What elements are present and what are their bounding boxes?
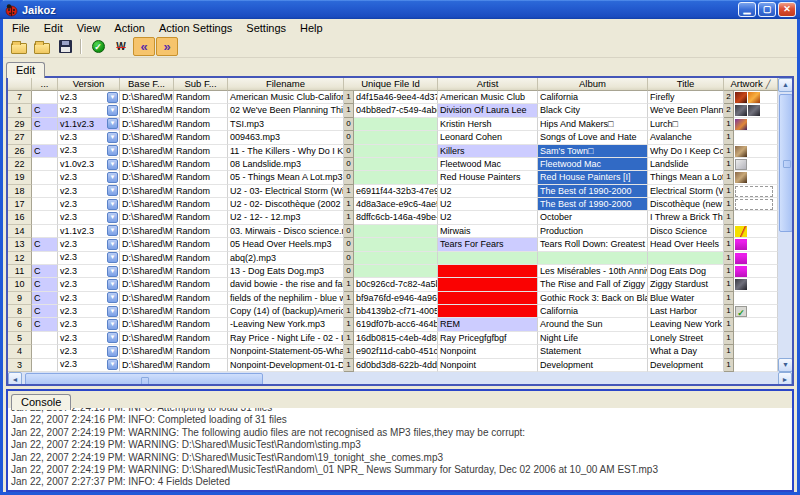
artist-cell[interactable] [438, 265, 538, 278]
version-dropdown-icon[interactable] [107, 212, 118, 223]
title-cell[interactable]: Ziggy Stardust [648, 278, 724, 291]
changed-flag-cell[interactable]: C [32, 278, 58, 291]
changed-flag-cell[interactable]: C [32, 265, 58, 278]
column-header-version[interactable]: Version [58, 78, 120, 91]
version-cell[interactable]: v1.1v2.3 [58, 225, 120, 238]
artwork-count[interactable]: 2 [724, 104, 734, 117]
artwork-count[interactable]: 2 [724, 91, 734, 104]
filename-cell[interactable]: Nonpoint-Statement-05-What [228, 345, 344, 358]
changed-flag-cell[interactable] [32, 211, 58, 224]
version-dropdown-icon[interactable] [107, 306, 118, 317]
column-header-artwork[interactable]: Artwork╱ [724, 78, 778, 91]
unique-file-id-cell[interactable]: b0c926cd-7c82-4a5b-bf [354, 278, 438, 291]
version-dropdown-icon[interactable] [107, 132, 118, 143]
artist-cell[interactable]: Red House Painters [438, 171, 538, 184]
artwork-count[interactable]: 1 [724, 345, 734, 358]
changed-flag-cell[interactable] [32, 345, 58, 358]
sub-folder-cell[interactable]: Random [174, 131, 228, 144]
base-folder-cell[interactable]: D:\Shared\Mus [120, 292, 174, 305]
row-number[interactable]: 17 [8, 198, 32, 211]
row-number[interactable]: 12 [8, 252, 32, 265]
artwork-cell[interactable] [734, 145, 778, 158]
sub-folder-cell[interactable]: Random [174, 145, 228, 158]
version-dropdown-icon[interactable] [107, 346, 118, 357]
unique-file-id-cell[interactable]: 619df07b-acc6-464b-ad [354, 318, 438, 331]
base-folder-cell[interactable]: D:\Shared\Mus [120, 278, 174, 291]
unique-id-count[interactable]: 0 [344, 238, 354, 251]
row-number[interactable]: 9 [8, 292, 32, 305]
version-cell[interactable]: v2.3 [58, 265, 120, 278]
version-cell[interactable]: v2.3 [58, 278, 120, 291]
sub-folder-cell[interactable]: Random [174, 238, 228, 251]
changed-flag-cell[interactable] [32, 359, 58, 372]
row-number[interactable]: 29 [8, 118, 32, 131]
album-cell[interactable]: Black City [538, 104, 648, 117]
version-dropdown-icon[interactable] [107, 92, 118, 103]
artwork-cell[interactable] [734, 158, 778, 171]
title-cell[interactable] [648, 252, 724, 265]
album-cell[interactable]: California [538, 305, 648, 318]
artist-cell[interactable]: Fleetwood Mac [438, 158, 538, 171]
artwork-cell[interactable] [734, 104, 778, 117]
sub-folder-cell[interactable]: Random [174, 171, 228, 184]
unique-id-count[interactable]: 0 [344, 145, 354, 158]
artwork-cell[interactable] [734, 345, 778, 358]
base-folder-cell[interactable]: D:\Shared\Mus [120, 345, 174, 358]
version-dropdown-icon[interactable] [107, 172, 118, 183]
artist-cell[interactable]: Mirwais [438, 225, 538, 238]
album-cell[interactable]: The Best of 1990-2000 [538, 185, 648, 198]
unique-id-count[interactable]: 0 [344, 158, 354, 171]
album-cell[interactable]: The Best of 1990-2000 [538, 198, 648, 211]
vertical-scrollbar[interactable]: ▲ ▼ [778, 78, 794, 372]
version-dropdown-icon[interactable] [107, 292, 118, 303]
filename-cell[interactable]: U2 - 12- - 12.mp3 [228, 211, 344, 224]
version-cell[interactable]: v2.3 [58, 185, 120, 198]
version-dropdown-icon[interactable] [107, 118, 118, 129]
artwork-cell[interactable] [734, 238, 778, 251]
filename-cell[interactable]: -Leaving New York.mp3 [228, 318, 344, 331]
sub-folder-cell[interactable]: Random [174, 305, 228, 318]
unique-file-id-cell[interactable]: e902f11d-cab0-451c-84 [354, 345, 438, 358]
column-header-filename[interactable]: Filename [228, 78, 344, 91]
artwork-cell[interactable] [734, 91, 778, 104]
base-folder-cell[interactable]: D:\Shared\Mus [120, 318, 174, 331]
changed-flag-cell[interactable] [32, 158, 58, 171]
row-number[interactable]: 19 [8, 171, 32, 184]
version-dropdown-icon[interactable] [107, 266, 118, 277]
album-cell[interactable]: Gothic Rock 3: Back on Black (c [538, 292, 648, 305]
unique-id-count[interactable]: 0 [344, 118, 354, 131]
column-header-unique-file-id[interactable]: Unique File Id [344, 78, 438, 91]
base-folder-cell[interactable]: D:\Shared\Mus [120, 332, 174, 345]
artist-cell[interactable] [438, 305, 538, 318]
artwork-count[interactable]: 1 [724, 305, 734, 318]
filename-cell[interactable]: U2 - 03- Electrical Storm (Willia [228, 185, 344, 198]
unique-id-count[interactable]: 0 [344, 131, 354, 144]
filename-cell[interactable]: 08 Landslide.mp3 [228, 158, 344, 171]
changed-flag-cell[interactable] [32, 185, 58, 198]
artwork-cell[interactable] [734, 252, 778, 265]
filename-cell[interactable]: 11 - The Killers - Why Do I Kee [228, 145, 344, 158]
row-number[interactable]: 26 [8, 145, 32, 158]
changed-flag-cell[interactable] [32, 225, 58, 238]
changed-flag-cell[interactable]: C [32, 305, 58, 318]
version-cell[interactable]: v2.3 [58, 332, 120, 345]
version-dropdown-icon[interactable] [107, 199, 118, 210]
album-cell[interactable]: October [538, 211, 648, 224]
unique-file-id-cell[interactable]: 4d8a3ace-e9c6-4ae5-ac [354, 198, 438, 211]
unique-file-id-cell[interactable]: 04bb8ed7-c549-4abe-88 [354, 104, 438, 117]
base-folder-cell[interactable]: D:\Shared\Mus [120, 198, 174, 211]
column-header-rownum[interactable] [8, 78, 32, 91]
artist-cell[interactable]: Ray Pricegfgfbgf [438, 332, 538, 345]
title-cell[interactable]: Dog Eats Dog [648, 265, 724, 278]
unique-file-id-cell[interactable] [354, 131, 438, 144]
unique-file-id-cell[interactable] [354, 265, 438, 278]
sub-folder-cell[interactable]: Random [174, 198, 228, 211]
menu-view[interactable]: View [70, 21, 108, 35]
sub-folder-cell[interactable]: Random [174, 225, 228, 238]
album-cell[interactable]: Sam's Town□ [538, 145, 648, 158]
title-cell[interactable]: Lurch□ [648, 118, 724, 131]
title-cell[interactable]: I Threw a Brick Thro [648, 211, 724, 224]
unique-id-count[interactable]: 1 [344, 185, 354, 198]
unique-id-count[interactable]: 1 [344, 305, 354, 318]
horizontal-scrollbar[interactable]: ◄ ► [8, 372, 792, 386]
